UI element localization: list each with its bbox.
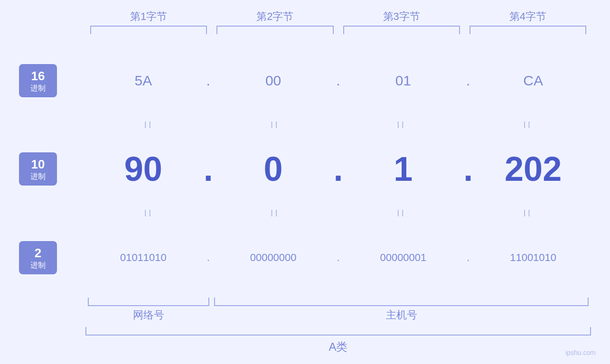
segment-labels: 网络号 主机号 — [85, 308, 591, 322]
hex-values: 5A . 00 . 01 . CA — [85, 73, 591, 89]
hex-dot-2: . — [331, 73, 346, 89]
hex-label: 16 进制 — [19, 64, 57, 97]
segment-brackets — [85, 298, 591, 306]
bin-label: 2 进制 — [19, 241, 57, 274]
top-brackets — [85, 26, 591, 34]
eq-1-1: II — [85, 120, 212, 131]
bin-val-1: 01011010 — [85, 252, 201, 264]
bin-dot-2: . — [331, 252, 346, 264]
hex-val-4: CA — [475, 73, 591, 89]
bracket-2 — [216, 26, 333, 34]
dec-label-unit: 进制 — [30, 172, 46, 181]
host-label: 主机号 — [212, 308, 591, 322]
dec-dot-3: . — [461, 149, 475, 188]
bracket-1 — [90, 26, 207, 34]
eq-2-3: II — [338, 208, 465, 219]
dec-label: 10 进制 — [19, 152, 57, 186]
bin-label-unit: 进制 — [30, 261, 46, 270]
bin-label-num: 2 — [35, 246, 41, 261]
bin-dot-3: . — [461, 252, 475, 264]
byte2-header: 第2字节 — [212, 9, 338, 24]
net-label: 网络号 — [85, 308, 212, 322]
equals-row-2: II II II II — [85, 206, 591, 221]
dec-dot-2: . — [331, 149, 346, 188]
byte1-header: 第1字节 — [85, 9, 212, 24]
watermark: ipshu.com — [565, 349, 596, 356]
eq-1-3: II — [338, 120, 465, 131]
class-bracket-row — [85, 327, 591, 336]
class-bracket — [85, 327, 591, 336]
hex-dot-3: . — [461, 73, 475, 89]
hex-val-1: 5A — [85, 73, 201, 89]
hex-val-2: 00 — [216, 73, 331, 89]
bin-values: 01011010 . 00000000 . 00000001 . 1100101… — [85, 252, 591, 264]
byte3-header: 第3字节 — [338, 9, 465, 24]
header-row: 第1字节 第2字节 第3字节 第4字节 — [85, 9, 591, 24]
dec-values: 90 . 0 . 1 . 202 — [85, 149, 591, 188]
hex-row: 16 进制 5A . 00 . 01 . CA — [19, 44, 591, 118]
eq-2-4: II — [465, 208, 591, 219]
hex-val-3: 01 — [346, 73, 461, 89]
dec-val-1: 90 — [85, 149, 201, 188]
eq-1-2: II — [212, 120, 338, 131]
eq-2-2: II — [212, 208, 338, 219]
dec-label-num: 10 — [31, 157, 45, 172]
eq-2-1: II — [85, 208, 212, 219]
bin-row: 2 进制 01011010 . 00000000 . 00000001 . 11… — [19, 221, 591, 295]
eq-1-4: II — [465, 120, 591, 131]
bin-val-4: 11001010 — [475, 252, 591, 264]
dec-val-4: 202 — [475, 149, 591, 188]
byte4-header: 第4字节 — [465, 9, 591, 24]
bin-val-3: 00000001 — [346, 252, 461, 264]
hex-label-num: 16 — [31, 69, 45, 84]
dec-dot-1: . — [201, 149, 216, 188]
net-bracket — [88, 298, 209, 306]
bracket-3 — [343, 26, 460, 34]
bracket-4 — [469, 26, 586, 34]
dec-row: 10 进制 90 . 0 . 1 . 202 — [19, 132, 591, 206]
bin-val-2: 00000000 — [216, 252, 331, 264]
hex-dot-1: . — [201, 73, 216, 89]
class-label: A类 — [85, 339, 591, 355]
bin-dot-1: . — [201, 252, 216, 264]
dec-val-2: 0 — [216, 149, 331, 188]
equals-row-1: II II II II — [85, 118, 591, 132]
hex-label-unit: 进制 — [30, 84, 46, 93]
host-bracket — [214, 298, 589, 306]
dec-val-3: 1 — [346, 149, 461, 188]
